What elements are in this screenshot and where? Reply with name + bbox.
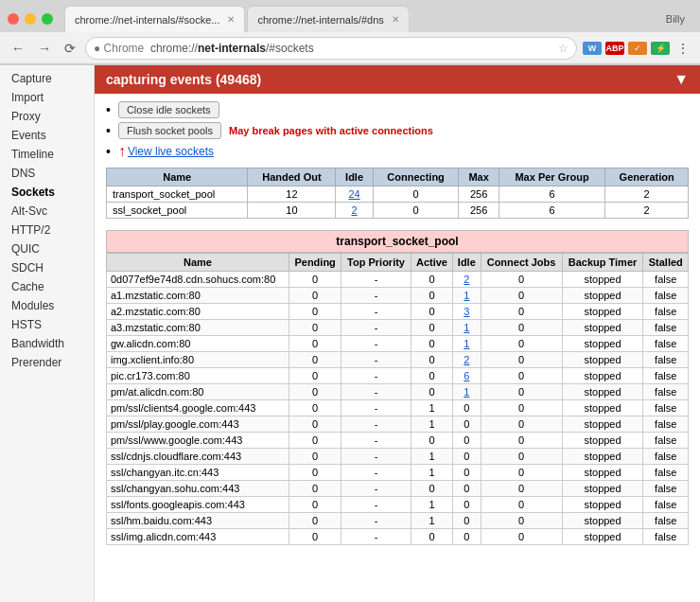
pool-cell-backup-timer: stopped xyxy=(562,400,643,416)
pool-cell-name: ssl/hm.baidu.com:443 xyxy=(107,513,289,529)
list-item: img.xclient.info:80 0 - 0 2 0 stopped fa… xyxy=(107,352,689,368)
pool-cell-active: 0 xyxy=(411,304,452,320)
sidebar-item-hsts[interactable]: HSTS xyxy=(0,315,94,334)
pool-cell-connect-jobs: 0 xyxy=(481,368,562,384)
sidebar-item-sdch[interactable]: SDCH xyxy=(0,258,94,277)
pool-cell-top-priority: - xyxy=(341,352,411,368)
col-name: Name xyxy=(107,168,248,186)
pool-cell-connect-jobs: 0 xyxy=(481,288,562,304)
back-button[interactable]: ← xyxy=(8,39,28,58)
tab-dns[interactable]: chrome://net-internals/#dns ✕ xyxy=(247,6,409,32)
pool-cell-stalled: false xyxy=(643,529,689,545)
tab-sockets[interactable]: chrome://net-internals/#socke... ✕ xyxy=(64,6,245,32)
pool-cell-idle[interactable]: 1 xyxy=(453,336,481,352)
extension-icon-3[interactable]: ✓ xyxy=(628,42,647,55)
pool-cell-idle: 0 xyxy=(453,449,481,465)
pool-cell-stalled: false xyxy=(643,481,689,497)
pool-cell-top-priority: - xyxy=(341,400,411,416)
sidebar-item-sockets[interactable]: Sockets xyxy=(0,183,94,202)
pool-cell-active: 1 xyxy=(411,513,452,529)
sidebar-item-proxy[interactable]: Proxy xyxy=(0,107,94,126)
idle-link[interactable]: 2 xyxy=(352,204,358,216)
cell-name: ssl_socket_pool xyxy=(107,203,248,219)
pool-cell-stalled: false xyxy=(643,288,689,304)
pool-idle-link[interactable]: 6 xyxy=(464,370,469,381)
pool-col-active: Active xyxy=(411,254,452,272)
minimize-button[interactable] xyxy=(25,13,36,25)
col-generation: Generation xyxy=(605,168,689,186)
sidebar-item-capture[interactable]: Capture xyxy=(0,69,94,88)
list-item: a2.mzstatic.com:80 0 - 0 3 0 stopped fal… xyxy=(107,304,689,320)
pool-idle-link[interactable]: 1 xyxy=(464,338,469,349)
extension-icon-1[interactable]: W xyxy=(583,42,602,55)
pool-cell-idle: 0 xyxy=(453,433,481,449)
idle-link[interactable]: 24 xyxy=(348,188,359,200)
address-full: chrome://net-internals/#sockets xyxy=(150,42,314,55)
cell-idle[interactable]: 24 xyxy=(336,186,373,203)
pool-cell-idle[interactable]: 2 xyxy=(453,352,481,368)
sidebar-item-bandwidth[interactable]: Bandwidth xyxy=(0,334,94,353)
tab-dns-close[interactable]: ✕ xyxy=(392,14,399,25)
pool-idle-link[interactable]: 1 xyxy=(464,386,469,398)
pool-cell-idle: 0 xyxy=(453,481,481,497)
pool-cell-active: 1 xyxy=(411,465,452,481)
pool-cell-idle[interactable]: 6 xyxy=(453,368,481,384)
header-title: capturing events (49468) xyxy=(106,72,261,87)
pool-cell-active: 1 xyxy=(411,416,452,433)
menu-icon[interactable]: ⋮ xyxy=(674,42,692,55)
close-idle-item: • Close idle sockets xyxy=(106,101,689,118)
sidebar-item-timeline[interactable]: Timeline xyxy=(0,145,94,164)
pool-idle-link[interactable]: 2 xyxy=(464,274,469,285)
maximize-button[interactable] xyxy=(42,13,53,25)
cell-idle[interactable]: 2 xyxy=(336,203,373,219)
header-arrow[interactable]: ▼ xyxy=(674,71,689,88)
forward-button[interactable]: → xyxy=(34,39,55,58)
sidebar-item-dns[interactable]: DNS xyxy=(0,164,94,183)
list-item: ssl/changyan.itc.cn:443 0 - 1 0 0 stoppe… xyxy=(107,465,689,481)
sidebar-item-import[interactable]: Import xyxy=(0,88,94,107)
pool-cell-backup-timer: stopped xyxy=(562,304,643,320)
pool-cell-connect-jobs: 0 xyxy=(481,384,562,400)
main-area: capturing events (49468) ▼ • Close idle … xyxy=(95,65,700,602)
address-input[interactable]: ● Chrome chrome://net-internals/#sockets… xyxy=(85,37,577,60)
pool-cell-active: 1 xyxy=(411,497,452,513)
sidebar-item-alt-svc[interactable]: Alt-Svc xyxy=(0,202,94,221)
sidebar-item-cache[interactable]: Cache xyxy=(0,277,94,296)
view-live-link[interactable]: View live sockets xyxy=(128,145,214,158)
cell-max: 256 xyxy=(459,203,499,219)
pool-cell-pending: 0 xyxy=(289,288,341,304)
pool-idle-link[interactable]: 1 xyxy=(464,322,469,333)
pool-cell-top-priority: - xyxy=(341,513,411,529)
tab-sockets-close[interactable]: ✕ xyxy=(227,14,235,25)
close-button[interactable] xyxy=(8,13,19,25)
extension-icon-2[interactable]: ABP xyxy=(605,42,624,55)
cell-handed-out: 12 xyxy=(248,186,336,203)
pool-cell-top-priority: - xyxy=(341,384,411,400)
pool-cell-idle[interactable]: 1 xyxy=(453,320,481,336)
sidebar-item-modules[interactable]: Modules xyxy=(0,296,94,315)
pool-cell-idle[interactable]: 1 xyxy=(453,288,481,304)
bookmark-icon[interactable]: ☆ xyxy=(558,42,569,55)
sidebar-item-quic[interactable]: QUIC xyxy=(0,239,94,258)
pool-cell-stalled: false xyxy=(643,400,689,416)
sidebar-item-events[interactable]: Events xyxy=(0,126,94,145)
address-bar: ← → ⟳ ● Chrome chrome://net-internals/#s… xyxy=(0,32,700,64)
pool-cell-name: pm/ssl/clients4.google.com:443 xyxy=(107,400,289,416)
refresh-button[interactable]: ⟳ xyxy=(61,39,79,58)
flush-pools-button[interactable]: Flush socket pools xyxy=(118,122,221,139)
sidebar-item-http2[interactable]: HTTP/2 xyxy=(0,221,94,239)
pool-idle-link[interactable]: 1 xyxy=(464,290,469,301)
pool-cell-idle[interactable]: 1 xyxy=(453,384,481,400)
sidebar-item-prerender[interactable]: Prerender xyxy=(0,353,94,372)
list-item: 0d077ef9e74d8.cdn.sohucs.com:80 0 - 0 2 … xyxy=(107,272,689,288)
extension-icon-4[interactable]: ⚡ xyxy=(651,42,670,55)
pool-cell-name: pic.cr173.com:80 xyxy=(107,368,289,384)
pool-idle-link[interactable]: 3 xyxy=(464,306,469,317)
pool-cell-idle[interactable]: 3 xyxy=(453,304,481,320)
pool-cell-idle: 0 xyxy=(453,465,481,481)
pool-cell-active: 0 xyxy=(411,368,452,384)
pool-idle-link[interactable]: 2 xyxy=(464,354,469,365)
close-idle-button[interactable]: Close idle sockets xyxy=(118,101,219,118)
user-label: Billy xyxy=(666,13,692,25)
pool-cell-idle[interactable]: 2 xyxy=(453,272,481,288)
